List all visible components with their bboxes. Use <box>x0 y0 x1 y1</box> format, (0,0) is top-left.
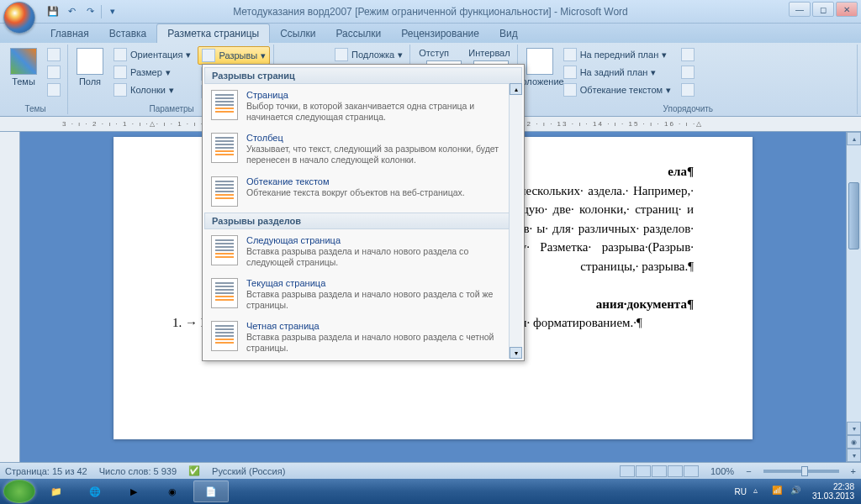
vertical-scrollbar[interactable]: ▴ ▾ ◉ ▾ <box>846 132 861 462</box>
menu-item-column-break[interactable]: СтолбецУказывает, что текст, следующий з… <box>204 128 522 171</box>
full-screen-view-button[interactable] <box>636 465 651 477</box>
align-icon <box>681 48 695 61</box>
size-button[interactable]: Размер▾ <box>110 64 194 81</box>
columns-button[interactable]: Колонки▾ <box>110 81 194 98</box>
fonts-icon <box>47 66 61 79</box>
page-indicator[interactable]: Страница: 15 из 42 <box>5 466 87 476</box>
page-break-icon <box>211 90 238 120</box>
task-explorer[interactable]: 📁 <box>39 480 74 502</box>
theme-effects-button[interactable] <box>44 81 64 98</box>
zoom-slider[interactable] <box>763 470 839 473</box>
tray-flag-icon[interactable]: ▵ <box>753 486 765 497</box>
text-wrap-button[interactable]: Обтекание текстом▾ <box>560 81 675 98</box>
zoom-out-button[interactable]: − <box>746 466 751 476</box>
theme-colors-button[interactable] <box>44 46 64 63</box>
menu-item-text-wrap-break[interactable]: Обтекание текстомОбтекание текста вокруг… <box>204 171 522 212</box>
breaks-dropdown-menu: Разрывы страниц СтраницаВыбор точки, в к… <box>202 64 525 361</box>
scroll-thumb[interactable] <box>848 182 859 249</box>
task-media[interactable]: ▶ <box>116 480 151 502</box>
menu-item-continuous[interactable]: Текущая страницаВставка разрыва раздела … <box>204 273 522 316</box>
chevron-down-icon: ▾ <box>651 67 656 78</box>
tray-network-icon[interactable]: 📶 <box>772 486 784 497</box>
scroll-down-icon[interactable]: ▾ <box>847 422 861 435</box>
close-button[interactable]: ✕ <box>836 2 858 17</box>
tab-home[interactable]: Главная <box>40 24 99 43</box>
margins-button[interactable]: Поля <box>73 46 107 88</box>
send-back-icon <box>563 66 577 79</box>
chevron-down-icon: ▾ <box>261 50 266 61</box>
group-button[interactable] <box>678 64 698 81</box>
menu-section-section-breaks: Разрывы разделов <box>204 213 522 229</box>
tray-volume-icon[interactable]: 🔊 <box>790 486 802 497</box>
web-layout-view-button[interactable] <box>652 465 667 477</box>
bring-front-button[interactable]: На передний план▾ <box>560 46 675 63</box>
send-back-button[interactable]: На задний план▾ <box>560 64 675 81</box>
view-buttons <box>620 465 699 477</box>
start-button[interactable] <box>3 480 35 503</box>
chevron-down-icon: ▾ <box>186 50 191 60</box>
window-controls: — ◻ ✕ <box>789 2 858 17</box>
vertical-ruler[interactable] <box>0 132 20 462</box>
menu-item-page-break[interactable]: СтраницаВыбор точки, в которой заканчива… <box>204 85 522 128</box>
breaks-button[interactable]: Разрывы▾ <box>198 46 270 65</box>
tab-view[interactable]: Вид <box>489 24 528 43</box>
tab-references[interactable]: Ссылки <box>270 24 325 43</box>
scroll-up-icon[interactable]: ▴ <box>847 132 861 145</box>
menu-section-page-breaks: Разрывы страниц <box>204 67 522 84</box>
maximize-button[interactable]: ◻ <box>812 2 834 17</box>
next-page-break-icon <box>211 235 238 265</box>
menu-scrollbar[interactable]: ▴ ▾ <box>509 83 522 359</box>
print-layout-view-button[interactable] <box>620 465 635 477</box>
scroll-down-icon[interactable]: ▾ <box>510 347 522 359</box>
save-icon[interactable]: 💾 <box>45 4 61 19</box>
position-button[interactable]: Положение <box>523 46 557 88</box>
undo-icon[interactable]: ↶ <box>64 4 79 19</box>
chevron-down-icon: ▾ <box>169 85 174 96</box>
watermark-button[interactable]: Подложка▾ <box>331 46 406 63</box>
zoom-value[interactable]: 100% <box>710 466 734 476</box>
tab-review[interactable]: Рецензирование <box>391 24 489 43</box>
minimize-button[interactable]: — <box>789 2 811 17</box>
tab-page-layout[interactable]: Разметка страницы <box>156 24 270 43</box>
word-count[interactable]: Число слов: 5 939 <box>99 466 177 476</box>
tab-mailings[interactable]: Рассылки <box>325 24 391 43</box>
chevron-down-icon: ▾ <box>398 50 403 60</box>
language-bar[interactable]: RU <box>734 487 746 496</box>
spacing-label: Интервал <box>465 46 513 60</box>
menu-item-next-page[interactable]: Следующая страницаВставка разрыва раздел… <box>204 230 522 273</box>
orientation-icon <box>114 48 127 61</box>
outline-view-button[interactable] <box>668 465 683 477</box>
zoom-in-button[interactable]: + <box>851 466 856 476</box>
breaks-icon <box>202 49 215 62</box>
column-break-icon <box>211 133 238 163</box>
status-bar: Страница: 15 из 42 Число слов: 5 939 ✅ Р… <box>0 462 861 479</box>
rotate-button[interactable] <box>678 81 698 98</box>
align-button[interactable] <box>678 46 698 63</box>
rotate-icon <box>681 83 695 97</box>
orientation-button[interactable]: Ориентация▾ <box>110 46 194 63</box>
prev-page-icon[interactable]: ◉ <box>847 435 861 449</box>
redo-icon[interactable]: ↷ <box>82 4 98 19</box>
task-chrome[interactable]: ◉ <box>155 480 190 502</box>
indent-label: Отступ <box>415 46 462 60</box>
qat-customize-icon[interactable]: ▾ <box>105 4 120 19</box>
next-page-icon[interactable]: ▾ <box>847 449 861 462</box>
task-ie[interactable]: 🌐 <box>77 480 113 502</box>
themes-button[interactable]: Темы <box>7 46 40 88</box>
language-indicator[interactable]: Русский (Россия) <box>212 466 285 476</box>
watermark-icon <box>335 48 348 61</box>
zoom-slider-handle[interactable] <box>801 466 808 476</box>
chevron-down-icon: ▾ <box>662 50 667 60</box>
bring-front-icon <box>563 48 577 61</box>
clock[interactable]: 22:38 31.03.2013 <box>809 482 858 501</box>
themes-icon <box>10 48 37 75</box>
scroll-up-icon[interactable]: ▴ <box>510 83 522 95</box>
theme-fonts-button[interactable] <box>44 64 64 81</box>
menu-item-even-page[interactable]: Четная страницаВставка разрыва раздела и… <box>204 316 522 359</box>
office-button[interactable] <box>3 2 35 34</box>
draft-view-button[interactable] <box>684 465 699 477</box>
task-word[interactable]: 📄 <box>193 480 229 502</box>
proofing-icon[interactable]: ✅ <box>188 465 200 476</box>
group-label: Упорядочить <box>523 103 853 114</box>
tab-insert[interactable]: Вставка <box>99 24 157 43</box>
